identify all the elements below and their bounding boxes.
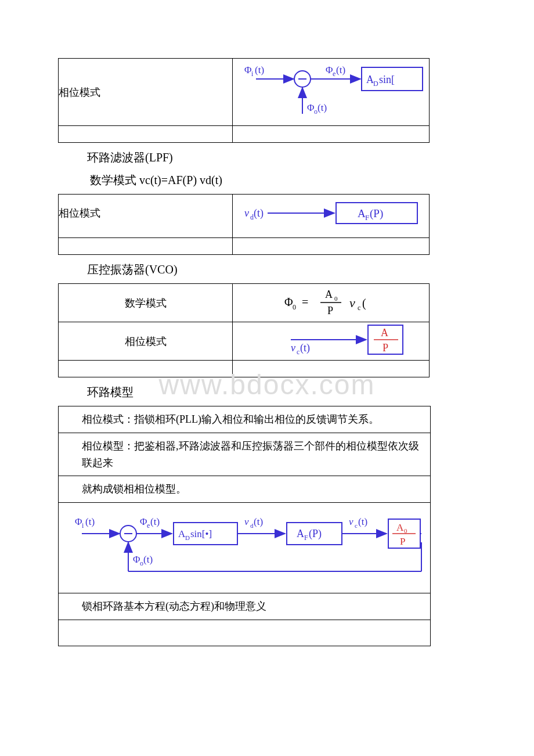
svg-text:(t): (t): [143, 554, 153, 565]
svg-text:0: 0: [334, 295, 338, 302]
svg-text:(t): (t): [85, 516, 95, 527]
svg-text:(: (: [362, 297, 366, 310]
svg-text:c: c: [297, 348, 300, 356]
svg-text:Φ: Φ: [284, 296, 293, 308]
pd-phase-diagram: Φ i (t) Φ o (t) Φ e (t): [233, 59, 424, 123]
svg-text:(t): (t): [150, 516, 160, 527]
svg-text:v: v: [349, 296, 355, 310]
svg-text:v: v: [244, 516, 249, 527]
loop-heading: 环路模型: [87, 384, 476, 400]
svg-text:c: c: [355, 522, 358, 529]
svg-text:A: A: [325, 289, 333, 300]
loop-info-table: 相位模式：指锁相环(PLL)输入相位和输出相位的反馈调节关系。 相位模型：把鉴相…: [58, 406, 431, 646]
t2-diagram-cell: v d (t) A F (P): [233, 195, 430, 238]
t3-r1-diagram: Φ 0 = A 0 P v c (: [233, 284, 430, 322]
svg-text:v: v: [291, 342, 295, 354]
svg-text:(t): (t): [300, 342, 310, 354]
lpf-table: 相位模式 v d (t) A F (P): [58, 194, 430, 255]
svg-text:e: e: [147, 521, 150, 530]
svg-text:0: 0: [404, 527, 407, 534]
svg-text:v: v: [349, 516, 353, 527]
t3-r2-diagram: v c (t) A P: [233, 322, 430, 361]
t3-r2-label: 相位模式: [59, 322, 233, 361]
svg-text:P: P: [383, 342, 388, 354]
t1-label: 相位模式: [59, 59, 233, 126]
svg-text:Φ: Φ: [133, 554, 140, 565]
svg-text:i: i: [251, 70, 254, 78]
phase-mode-table-1: 相位模式 Φ i (t): [58, 58, 430, 143]
svg-text:(t): (t): [254, 207, 264, 219]
svg-text:Φ: Φ: [140, 516, 147, 527]
loop-model-diagram: Φ i (t) Φ o (t) Φ e (t): [64, 507, 424, 583]
lpf-diagram: v d (t) A F (P): [233, 200, 424, 229]
svg-text:(t): (t): [336, 64, 345, 75]
svg-text:A: A: [358, 207, 366, 219]
svg-text:=: =: [302, 296, 308, 308]
svg-text:D: D: [185, 534, 190, 541]
svg-text:Φ: Φ: [326, 64, 333, 75]
svg-text:(t): (t): [254, 516, 263, 527]
svg-text:Φ: Φ: [75, 516, 82, 527]
svg-text:sin[•]: sin[•]: [190, 528, 212, 539]
info-empty-row: [59, 620, 431, 646]
lpf-heading: 环路滤波器(LPF): [87, 150, 476, 165]
t2-label: 相位模式: [59, 195, 233, 238]
vco-heading: 压控振荡器(VCO): [87, 262, 476, 278]
svg-text:P: P: [327, 305, 333, 316]
svg-text:(t): (t): [317, 102, 327, 113]
vco-table: 数学模式 Φ 0 = A 0 P v c ( 相位模式: [58, 283, 430, 377]
info-diagram-cell: Φ i (t) Φ o (t) Φ e (t): [59, 503, 431, 593]
t1-diagram-cell: Φ i (t) Φ o (t) Φ e (t): [233, 59, 430, 126]
svg-text:Φ: Φ: [307, 102, 314, 113]
svg-text:v: v: [244, 207, 249, 219]
info-row5: 锁相环路基本方程(动态方程)和物理意义: [59, 593, 431, 620]
svg-text:A: A: [381, 327, 388, 339]
svg-text:P: P: [400, 536, 405, 547]
svg-text:c: c: [358, 304, 360, 312]
svg-text:i: i: [82, 521, 84, 530]
svg-text:F: F: [365, 213, 369, 222]
lpf-math: 数学模式 vc(t)=AF(P) vd(t): [90, 172, 476, 188]
svg-text:F: F: [304, 534, 308, 542]
svg-text:(P): (P): [309, 528, 322, 540]
svg-text:0: 0: [293, 303, 296, 311]
svg-text:Φ: Φ: [244, 64, 251, 75]
svg-text:(P): (P): [370, 207, 383, 220]
info-row2: 相位模型：把鉴相器,环路滤波器和压控振荡器三个部件的相位模型依次级联起来: [59, 433, 431, 476]
svg-text:A: A: [297, 528, 304, 539]
t3-r1-label: 数学模式: [59, 284, 233, 322]
svg-text:(t): (t): [255, 64, 264, 75]
svg-text:D: D: [373, 80, 378, 88]
info-row1: 相位模式：指锁相环(PLL)输入相位和输出相位的反馈调节关系。: [59, 406, 431, 433]
svg-text:e: e: [333, 70, 335, 78]
svg-text:(t): (t): [358, 516, 367, 527]
svg-text:A: A: [396, 522, 404, 533]
svg-text:sin[: sin[: [379, 74, 395, 85]
info-row3: 就构成锁相相位模型。: [59, 476, 431, 503]
